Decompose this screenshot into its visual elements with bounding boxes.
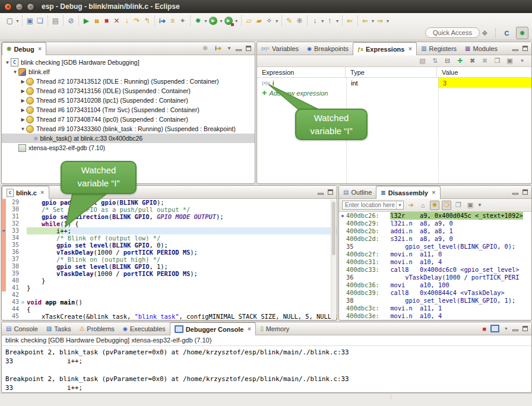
show-debug-frames-icon[interactable]: ≡ xyxy=(167,16,178,26)
disassembly-line[interactable]: 400dbc3c: movi.n a11, 1 xyxy=(339,304,531,312)
tree-expander-icon[interactable]: ▶ xyxy=(20,98,26,103)
terminate-icon[interactable]: ■ xyxy=(102,16,112,26)
tab-registers[interactable]: ▥Registers xyxy=(417,42,461,55)
tab-console[interactable]: ▤Console xyxy=(2,322,42,335)
show-source-toggle-icon[interactable]: ✸ xyxy=(430,201,439,210)
fold-marker-icon[interactable]: ⊖ xyxy=(21,300,27,305)
skip-breakpoints-icon[interactable]: ⊘ xyxy=(66,16,76,26)
remove-expression-icon[interactable]: ✖ xyxy=(468,57,477,65)
debug-tree-item[interactable]: ▶Thread #5 1073410208 (ipc1) (Suspended … xyxy=(2,96,255,105)
minimize-view-icon[interactable] xyxy=(236,49,242,51)
debug-tree-item[interactable]: ▼Thread #9 1073433360 (blink_task : Runn… xyxy=(2,124,255,134)
tree-expander-icon[interactable]: ▼ xyxy=(4,60,11,65)
debug-tree-item[interactable]: ▶Thread #6 1073431104 (Tmr Svc) (Suspend… xyxy=(2,105,255,115)
chevron-down-icon[interactable]: ▼ xyxy=(396,201,403,209)
close-icon[interactable]: ✕ xyxy=(247,326,251,332)
suspend-icon[interactable]: ▮▮ xyxy=(91,16,102,26)
code-line[interactable]: 42 xyxy=(2,291,337,299)
dropdown-arrow-icon[interactable]: ▼ xyxy=(219,19,223,23)
debug-tree-item[interactable]: xtensa-esp32-elf-gdb (7.10) xyxy=(2,143,255,153)
code-line[interactable]: 40 } xyxy=(2,277,337,284)
close-icon[interactable]: ✕ xyxy=(408,46,412,52)
new-view-icon[interactable]: ❐ xyxy=(493,57,502,65)
dropdown-arrow-icon[interactable]: ▼ xyxy=(335,19,340,23)
dropdown-arrow-icon[interactable]: ▼ xyxy=(371,19,375,23)
new-view-icon[interactable]: ❐ xyxy=(454,201,463,210)
add-expression-icon[interactable]: ✚ xyxy=(455,57,464,65)
open-type-icon[interactable]: ▱ xyxy=(244,16,254,26)
code-line[interactable]: 31 gpio_set_direction(BLINK_GPIO, GPIO_M… xyxy=(2,213,337,220)
disassembly-line[interactable]: 400dbc2f: movi.n a11, 0 xyxy=(339,250,531,258)
view-menu-icon[interactable]: ▼ xyxy=(227,46,232,51)
tree-expander-icon[interactable]: ▶ xyxy=(20,107,26,113)
code-editor-area[interactable]: 29 gpio_pad_select_gpio(BLINK_GPIO);30 /… xyxy=(2,199,337,321)
minimize-view-icon[interactable] xyxy=(512,329,518,331)
step-return-icon[interactable]: ↰ xyxy=(142,16,152,26)
step-into-icon[interactable]: ↓ xyxy=(122,16,132,26)
disassembly-line[interactable]: 400dbc2b: addi.n a8, a8, 1 xyxy=(339,227,531,235)
debug-tree-item[interactable]: ▶Thread #7 1073408744 (ipc0) (Suspended … xyxy=(2,115,255,124)
close-icon[interactable]: ✕ xyxy=(40,190,45,195)
dropdown-arrow-icon[interactable]: ▼ xyxy=(275,19,279,23)
disassembly-line[interactable]: ◆400dbc26: l32r a9, 0x400d045c <_stext+1… xyxy=(339,212,531,220)
remove-all-expressions-icon[interactable]: ✖ xyxy=(480,57,489,65)
code-line[interactable]: 44{ xyxy=(2,306,337,313)
splitter-grip[interactable]: ⋮ xyxy=(388,395,394,398)
cpp-perspective-button[interactable]: C xyxy=(501,27,512,39)
tab-problems[interactable]: ⚠Problems xyxy=(75,322,118,335)
tab-executables[interactable]: ◉Executables xyxy=(119,322,170,335)
tab-modules[interactable]: ▦Modules xyxy=(461,42,502,55)
tab-breakpoints[interactable]: ◉Breakpoints xyxy=(303,42,353,55)
step-over-icon[interactable]: ↷ xyxy=(132,16,142,26)
minimize-view-icon[interactable] xyxy=(512,49,518,51)
column-header-value[interactable]: Value xyxy=(437,67,531,77)
external-tools-icon[interactable]: ▶ xyxy=(224,17,233,25)
console-dropdown-icon[interactable]: ▼ xyxy=(504,326,508,331)
search-icon[interactable]: ✧ xyxy=(264,16,274,26)
build-icon[interactable]: ▤ xyxy=(50,16,61,26)
editor-scrollbar[interactable] xyxy=(331,199,336,319)
code-line[interactable]: 30 /* Set the GPIO as a push/pull output… xyxy=(2,206,337,213)
disassembly-line[interactable]: 400dbc39: call8 0x400844c4 <vTaskDelay> xyxy=(339,289,531,297)
close-icon[interactable]: ✕ xyxy=(38,46,42,52)
show-type-names-icon[interactable]: ▧ xyxy=(418,57,427,65)
close-icon[interactable]: ✕ xyxy=(432,190,436,195)
collapse-all-icon[interactable]: ⊟ xyxy=(443,57,452,65)
disassembly-line[interactable]: 400dbc2d: s32i.n a8, a9, 0 xyxy=(339,235,531,243)
column-header-expression[interactable]: Expression xyxy=(257,67,346,77)
tab-debug[interactable]: ❋ Debug✕ xyxy=(2,42,46,55)
tree-expander-icon[interactable]: ▶ xyxy=(20,79,26,84)
column-header-type[interactable]: Type xyxy=(346,67,437,77)
tab-debugger-console[interactable]: Debugger Console✕ xyxy=(170,322,256,335)
previous-annotation-icon[interactable]: ↑ xyxy=(325,16,335,26)
disassembly-line[interactable]: 35 gpio_set_level(BLINK_GPIO, 0); xyxy=(339,243,531,250)
debug-icon[interactable]: ✸ xyxy=(193,16,203,26)
open-perspective-button[interactable]: ❖ xyxy=(479,27,490,39)
run-icon[interactable]: ▶ xyxy=(209,17,217,25)
new-wizard-icon[interactable]: ▢ xyxy=(5,16,15,26)
forward-icon[interactable]: ⇒ xyxy=(375,16,385,26)
disassembly-line[interactable]: 36 vTaskDelay(1000 / portTICK_PERI xyxy=(339,274,531,281)
disassembly-line[interactable]: 400dbc40: call8 0x400dc6c0 <gpio_set_lev… xyxy=(339,320,531,321)
console-output[interactable]: Breakpoint 2, blink_task (pvParameter=0x… xyxy=(2,346,531,393)
code-line[interactable]: 29 gpio_pad_select_gpio(BLINK_GPIO); xyxy=(2,199,337,206)
tab-variables[interactable]: (x)=Variables xyxy=(257,42,303,55)
tree-expander-icon[interactable]: ▶ xyxy=(20,117,26,122)
disassembly-listing[interactable]: ◆400dbc26: l32r a9, 0x400d045c <_stext+1… xyxy=(339,212,531,321)
code-line[interactable]: 36 vTaskDelay(1000 / portTICK_PERIOD_MS)… xyxy=(2,249,337,256)
instruction-stepping-icon[interactable]: i➔ xyxy=(214,45,223,52)
code-line[interactable]: 38 gpio_set_level(BLINK_GPIO, 1); xyxy=(2,263,337,270)
dropdown-arrow-icon[interactable]: ▼ xyxy=(235,19,239,23)
code-line[interactable]: 37 /* Blink on (output high) */ xyxy=(2,256,337,263)
instruction-stepping-icon[interactable]: i➔ xyxy=(157,16,167,26)
disconnect-icon[interactable]: ✕ xyxy=(112,16,122,26)
tab-outline[interactable]: ▤Outline xyxy=(339,186,376,198)
debug-perspective-button[interactable]: ✸ xyxy=(516,27,528,39)
tab-memory[interactable]: ▯Memory xyxy=(256,322,293,335)
maximize-view-icon[interactable] xyxy=(246,46,251,51)
quick-access-button[interactable]: Quick Access xyxy=(425,27,480,38)
tree-expander-icon[interactable]: ▶ xyxy=(20,88,26,94)
save-icon[interactable]: ▣ xyxy=(25,16,35,26)
display-selected-console-icon[interactable] xyxy=(490,325,499,332)
dropdown-arrow-icon[interactable]: ▼ xyxy=(321,19,325,23)
